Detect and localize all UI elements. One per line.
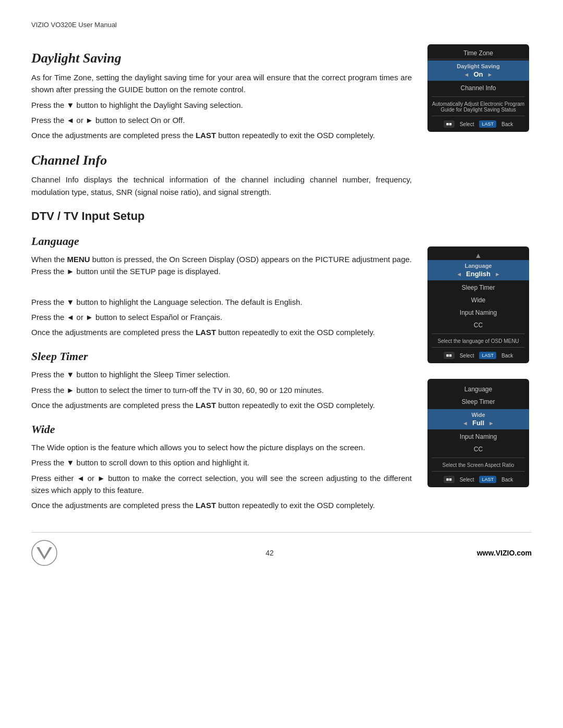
osd-wide-row: Wide bbox=[427, 294, 529, 306]
osd-triangle-up: ▲ bbox=[427, 251, 529, 259]
osd-language-box: ▲ Language ◄ English ► Sleep Timer Wide … bbox=[427, 246, 529, 363]
wide-block: The Wide option is the feature which all… bbox=[31, 441, 412, 511]
header-label: VIZIO VO320E User Manual bbox=[31, 21, 532, 29]
page-container: VIZIO VO320E User Manual Daylight Saving… bbox=[0, 0, 563, 597]
ds-para-1: As for Time Zone, setting the daylight s… bbox=[31, 71, 412, 96]
osd-wide-bottom: ■■ Select LAST Back bbox=[427, 474, 529, 484]
osd-select-btn: ■■ bbox=[444, 120, 455, 128]
language-block: When the MENU button is pressed, the On … bbox=[31, 253, 412, 339]
lang-para-2: Press the ▼ button to highlight the Lang… bbox=[31, 296, 412, 308]
content-area: Daylight Saving As for Time Zone, settin… bbox=[31, 39, 532, 516]
daylight-saving-block: As for Time Zone, setting the daylight s… bbox=[31, 71, 412, 141]
osd-cc-row: CC bbox=[427, 319, 529, 331]
osd-daylight-bottom: ■■ Select LAST Back bbox=[427, 118, 529, 129]
osd-daylight-value: On bbox=[473, 70, 483, 78]
osd-wide-lang-row: Language bbox=[427, 383, 529, 396]
vizio-logo bbox=[31, 540, 57, 566]
osd-lang-select-label: Select bbox=[460, 353, 474, 359]
osd-daylight-box: Time Zone Daylight Saving ◄ On ► Channel… bbox=[427, 44, 529, 132]
osd-wide-value: Full bbox=[472, 419, 484, 427]
osd-wide-box: Language Sleep Timer Wide ◄ Full ► Input… bbox=[427, 379, 529, 487]
footer-url: www.VIZIO.com bbox=[477, 549, 532, 557]
page-footer: 42 www.VIZIO.com bbox=[31, 532, 532, 566]
osd-back-btn: LAST bbox=[479, 120, 496, 128]
sleep-timer-block: Press the ▼ button to highlight the Slee… bbox=[31, 368, 412, 411]
osd-wide-back-btn: LAST bbox=[479, 476, 496, 483]
footer-page-number: 42 bbox=[266, 549, 274, 557]
osd-lang-back-label: Back bbox=[501, 353, 513, 359]
osd-left-arrow: ◄ bbox=[464, 71, 470, 78]
osd-lang-select-btn: ■■ bbox=[444, 352, 455, 359]
sleep-timer-title: Sleep Timer bbox=[31, 350, 412, 363]
channel-info-block: Channel Info displays the technical info… bbox=[31, 174, 412, 198]
osd-language-bottom: ■■ Select LAST Back bbox=[427, 350, 529, 360]
osd-wide-select-btn: ■■ bbox=[444, 476, 455, 483]
osd-right-arrow: ► bbox=[487, 71, 493, 78]
osd-daylight-hint: Automatically Adjust Electronic Program … bbox=[427, 99, 529, 114]
wide-para-1: The Wide option is the feature which all… bbox=[31, 441, 412, 453]
osd-daylight-channel-info: Channel Info bbox=[427, 82, 529, 94]
osd-wide-selected: Wide ◄ Full ► bbox=[427, 409, 529, 429]
osd-language-value: English bbox=[466, 270, 491, 278]
lang-para-4: Once the adjustments are completed press… bbox=[31, 326, 412, 338]
wide-para-3: Press either ◄ or ► button to make the c… bbox=[31, 472, 412, 497]
osd-language-selected: Language ◄ English ► bbox=[427, 260, 529, 280]
daylight-saving-title: Daylight Saving bbox=[31, 51, 412, 66]
wide-para-2: Press the ▼ button to scroll down to thi… bbox=[31, 456, 412, 468]
osd-input-naming-row: Input Naming bbox=[427, 306, 529, 319]
svg-marker-1 bbox=[36, 547, 52, 560]
osd-wide-back-label: Back bbox=[501, 477, 513, 483]
wide-para-4: Once the adjustments are completed press… bbox=[31, 499, 412, 511]
osd-select-label: Select bbox=[460, 121, 474, 127]
osd-sleep-timer-row: Sleep Timer bbox=[427, 281, 529, 294]
osd-daylight-title: Time Zone bbox=[427, 48, 529, 59]
ds-para-3: Press the ◄ or ► button to select On or … bbox=[31, 114, 412, 126]
channel-info-title: Channel Info bbox=[31, 153, 412, 168]
svg-point-0 bbox=[32, 540, 57, 565]
osd-wide-left-arrow: ◄ bbox=[462, 420, 468, 426]
st-para-2: Press the ► button to select the timer t… bbox=[31, 384, 412, 396]
osd-wide-hint: Select the Screen Aspect Ratio bbox=[427, 460, 529, 469]
lang-para-spacer bbox=[31, 280, 412, 292]
osd-lang-right-arrow: ► bbox=[495, 271, 500, 277]
osd-wide-sleep-row: Sleep Timer bbox=[427, 396, 529, 408]
st-para-3: Once the adjustments are completed press… bbox=[31, 399, 412, 411]
osd-language-hint: Select the language of OSD MENU bbox=[427, 336, 529, 345]
right-column: Time Zone Daylight Saving ◄ On ► Channel… bbox=[427, 39, 532, 516]
osd-daylight-selected: Daylight Saving ◄ On ► bbox=[427, 60, 529, 81]
dtv-tv-heading: DTV / TV Input Setup bbox=[31, 209, 412, 223]
osd-wide-right-arrow: ► bbox=[488, 420, 494, 426]
osd-lang-left-arrow: ◄ bbox=[456, 271, 462, 277]
osd-back-label: Back bbox=[501, 121, 513, 127]
ds-para-2: Press the ▼ button to highlight the Dayl… bbox=[31, 99, 412, 111]
lang-para-1: When the MENU button is pressed, the On … bbox=[31, 253, 412, 278]
st-para-1: Press the ▼ button to highlight the Slee… bbox=[31, 368, 412, 380]
lang-para-3: Press the ◄ or ► button to select Españo… bbox=[31, 311, 412, 323]
osd-wide-select-label: Select bbox=[460, 477, 474, 483]
left-column: Daylight Saving As for Time Zone, settin… bbox=[31, 39, 412, 516]
osd-wide-cc-row: CC bbox=[427, 443, 529, 455]
language-title: Language bbox=[31, 235, 412, 248]
osd-wide-input-naming-row: Input Naming bbox=[427, 430, 529, 443]
ds-para-4: Once the adjustments are completed press… bbox=[31, 129, 412, 141]
osd-lang-back-btn: LAST bbox=[479, 352, 496, 359]
wide-title: Wide bbox=[31, 423, 412, 436]
ci-para-1: Channel Info displays the technical info… bbox=[31, 174, 412, 198]
